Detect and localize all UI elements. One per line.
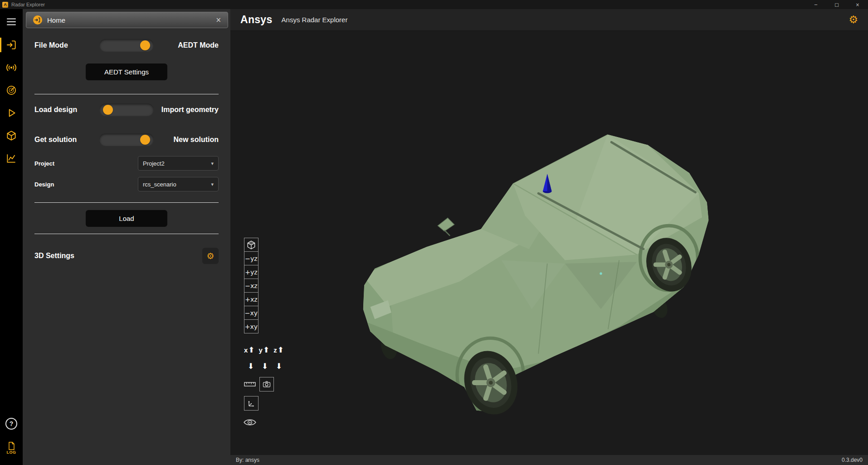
divider xyxy=(34,94,219,94)
load-import-toggle[interactable] xyxy=(99,103,154,116)
3d-settings-row: 3D Settings ⚙ xyxy=(34,248,219,264)
help-icon: ? xyxy=(5,418,17,430)
chevron-down-icon: ▾ xyxy=(211,161,214,166)
view-orientation-toolbar: −yz +yz −xz +xz −xy +xy xyxy=(244,238,258,333)
divider xyxy=(34,234,219,234)
z-axis-label: z xyxy=(273,346,277,354)
camera-icon xyxy=(262,380,271,389)
x-axis-label: x xyxy=(244,346,248,354)
isometric-view-button[interactable] xyxy=(244,238,258,252)
car-side-mirror xyxy=(438,218,454,235)
settings-gear-icon[interactable]: ⚙ xyxy=(848,15,858,25)
divider xyxy=(34,202,219,203)
hamburger-icon xyxy=(5,16,17,28)
sidebar-spacer xyxy=(0,170,23,412)
sidebar-item-antenna[interactable] xyxy=(0,56,23,79)
antenna-point-marker xyxy=(600,272,602,274)
ruler-button[interactable] xyxy=(244,381,256,387)
3d-viewport[interactable]: −yz +yz −xz +xz −xy +xy x ⬆ y ⬆ xyxy=(230,31,868,455)
import-geometry-label: Import geometry xyxy=(154,106,219,114)
axes-triad-icon xyxy=(247,399,256,408)
view-plus-xz-button[interactable]: +xz xyxy=(244,292,258,306)
project-label: Project xyxy=(34,160,138,167)
sidebar-item-model[interactable] xyxy=(0,124,23,147)
screenshot-button[interactable] xyxy=(259,377,274,392)
chevron-down-icon: ▾ xyxy=(211,181,214,187)
isometric-cube-icon xyxy=(246,240,256,250)
x-up-button[interactable]: x ⬆ xyxy=(244,346,255,354)
up-arrow-icon: ⬆ xyxy=(278,346,284,354)
home-tab-icon xyxy=(33,15,43,25)
file-mode-label: File Mode xyxy=(34,41,99,49)
app-body: ? LOG Home × xyxy=(0,9,868,465)
view-plus-yz-button[interactable]: +yz xyxy=(244,265,258,279)
panel-title: Home xyxy=(47,16,65,24)
hamburger-menu-button[interactable] xyxy=(0,12,23,32)
log-label: LOG xyxy=(7,450,16,455)
sidebar-item-run[interactable] xyxy=(0,102,23,124)
main-area: Ansys Ansys Radar Explorer ⚙ xyxy=(230,9,868,465)
sidebar-item-home[interactable] xyxy=(0,34,23,56)
cube-3d-icon xyxy=(5,130,17,142)
y-up-button[interactable]: y ⬆ xyxy=(259,346,270,354)
eye-icon xyxy=(243,417,257,427)
up-arrow-icon: ⬆ xyxy=(263,346,269,354)
view-minus-xy-button[interactable]: −xy xyxy=(244,306,258,320)
panel-close-button[interactable]: × xyxy=(215,16,221,24)
sidebar-item-results[interactable] xyxy=(0,147,23,170)
x-down-button[interactable]: ⬇ xyxy=(248,362,254,370)
radar-sweep-icon xyxy=(5,84,17,96)
down-arrow-icon: ⬇ xyxy=(276,362,282,370)
log-document-icon xyxy=(6,441,16,451)
down-arrow-icon: ⬇ xyxy=(262,362,268,370)
view-minus-xz-button[interactable]: −xz xyxy=(244,279,258,293)
visibility-toggle-button[interactable] xyxy=(243,417,257,429)
load-design-row: Load design Import geometry xyxy=(34,103,219,116)
3d-settings-gear-button[interactable]: ⚙ xyxy=(202,248,219,264)
load-button[interactable]: Load xyxy=(86,210,167,227)
aedt-settings-button[interactable]: AEDT Settings xyxy=(86,64,167,80)
design-row: Design rcs_scenario ▾ xyxy=(34,177,219,191)
ruler-icon xyxy=(244,381,256,387)
statusbar: By: ansys 0.3.dev0 xyxy=(230,455,868,465)
file-aedt-mode-toggle[interactable] xyxy=(99,39,154,52)
icon-sidebar: ? LOG xyxy=(0,9,23,465)
car-model-3d[interactable] xyxy=(230,31,868,455)
project-row: Project Project2 ▾ xyxy=(34,156,219,171)
axes-triad-button[interactable] xyxy=(244,396,258,411)
view-plus-xy-button[interactable]: +xy xyxy=(244,319,258,333)
window-controls: ─ □ × xyxy=(805,0,868,9)
file-mode-row: File Mode AEDT Mode xyxy=(34,39,219,52)
y-axis-label: y xyxy=(259,346,263,354)
measure-camera-tools xyxy=(244,377,274,392)
sidebar-item-radar[interactable] xyxy=(0,79,23,102)
design-label: Design xyxy=(34,181,138,188)
status-author: By: ansys xyxy=(236,457,259,463)
z-down-button[interactable]: ⬇ xyxy=(276,362,282,370)
design-value: rcs_scenario xyxy=(143,181,176,188)
project-dropdown[interactable]: Project2 ▾ xyxy=(138,156,219,171)
signal-broadcast-icon xyxy=(5,62,17,73)
load-design-label: Load design xyxy=(34,106,99,114)
solution-toggle[interactable] xyxy=(99,133,154,146)
aedt-mode-label: AEDT Mode xyxy=(154,41,219,49)
play-icon xyxy=(5,107,17,119)
status-version: 0.3.dev0 xyxy=(842,457,863,463)
get-solution-row: Get solution New solution xyxy=(34,133,219,146)
help-button[interactable]: ? xyxy=(0,412,23,435)
design-dropdown[interactable]: rcs_scenario ▾ xyxy=(138,177,219,191)
view-minus-yz-button[interactable]: −yz xyxy=(244,251,258,265)
app-window: A Radar Explorer ─ □ × xyxy=(0,0,868,465)
y-down-button[interactable]: ⬇ xyxy=(262,362,268,370)
minimize-button[interactable]: ─ xyxy=(805,0,826,9)
home-panel: Home × File Mode AEDT Mode AEDT Settings… xyxy=(23,9,230,465)
titlebar: A Radar Explorer ─ □ × xyxy=(0,0,868,9)
maximize-button[interactable]: □ xyxy=(826,0,847,9)
import-home-icon xyxy=(5,39,17,51)
close-button[interactable]: × xyxy=(847,0,868,9)
z-up-button[interactable]: z ⬆ xyxy=(273,346,284,354)
main-topbar: Ansys Ansys Radar Explorer ⚙ xyxy=(230,9,868,31)
log-button[interactable]: LOG xyxy=(0,435,23,460)
up-arrow-icon: ⬆ xyxy=(248,346,254,354)
app-title: Ansys Radar Explorer xyxy=(282,16,348,24)
